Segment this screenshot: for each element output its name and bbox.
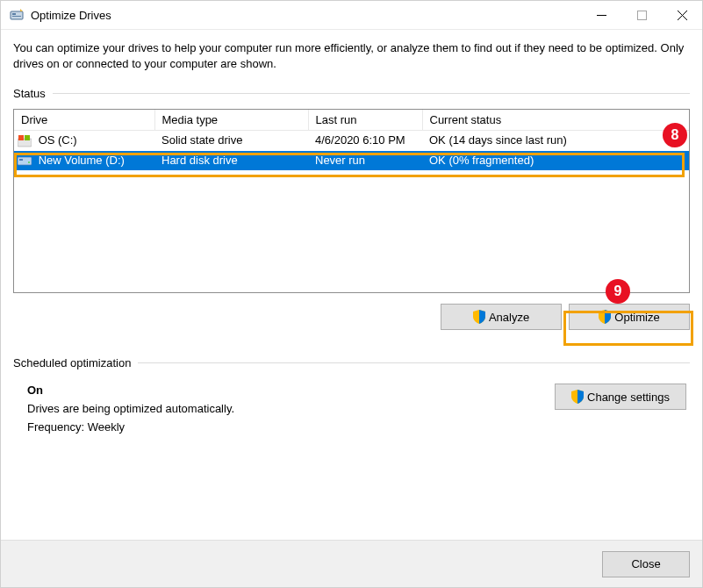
last-run: 4/6/2020 6:10 PM [308,131,422,151]
intro-text: You can optimize your drives to help you… [13,40,690,71]
scheduled-section: Scheduled optimization On Drives are bei… [13,356,690,439]
optimize-label: Optimize [614,311,659,324]
current-status: OK (14 days since last run) [422,131,689,151]
drive-name: New Volume (D:) [39,154,125,167]
footer: Close [1,540,702,587]
scheduled-on: On [27,384,555,397]
col-current-status[interactable]: Current status [422,110,689,131]
analyze-button[interactable]: Analyze [441,304,562,330]
minimize-button[interactable] [581,1,621,29]
scheduled-text: On Drives are being optimized automatica… [27,384,555,439]
col-last-run[interactable]: Last run [308,110,422,131]
optimize-button[interactable]: Optimize [569,304,690,330]
media-type: Hard disk drive [154,151,308,171]
svg-point-12 [28,161,30,163]
titlebar: Optimize Drives [1,1,702,30]
drive-name: OS (C:) [39,133,77,147]
scheduled-line2: Frequency: Weekly [27,420,555,434]
scheduled-line1: Drives are being optimized automatically… [27,402,555,415]
close-button[interactable]: Close [602,551,690,577]
current-status: OK (0% fragmented) [422,151,689,171]
analyze-label: Analyze [489,311,529,324]
hdd-drive-icon [18,154,32,167]
shield-icon [571,390,584,404]
table-row[interactable]: OS (C:) Solid state drive 4/6/2020 6:10 … [14,131,689,151]
window-title: Optimize Drives [31,9,111,22]
col-media-type[interactable]: Media type [154,110,308,131]
svg-rect-4 [637,11,646,19]
drive-list[interactable]: Drive Media type Last run Current status [13,109,690,293]
app-icon [10,8,24,22]
close-window-button[interactable] [662,1,702,29]
drive-list-wrapper: Drive Media type Last run Current status [13,109,690,293]
action-button-row: Analyze Optimize [13,304,690,330]
annotation-badge-8: 8 [663,123,687,147]
divider [53,93,690,94]
table-header-row: Drive Media type Last run Current status [14,110,689,131]
status-heading: Status [13,87,690,100]
close-label: Close [631,557,660,570]
media-type: Solid state drive [154,131,308,151]
windows-drive-icon [18,135,32,147]
svg-rect-2 [12,16,21,17]
maximize-button [621,1,662,29]
change-settings-button[interactable]: Change settings [555,384,686,410]
status-label: Status [13,87,46,100]
svg-rect-11 [19,159,23,161]
svg-rect-0 [11,11,23,19]
svg-rect-1 [12,13,16,15]
last-run: Never run [308,151,422,171]
scheduled-label: Scheduled optimization [13,356,131,369]
shield-icon [473,310,485,324]
shield-icon [599,310,611,324]
table-row[interactable]: New Volume (D:) Hard disk drive Never ru… [14,151,689,171]
col-drive[interactable]: Drive [14,110,154,131]
change-settings-label: Change settings [587,391,670,404]
svg-rect-10 [18,157,32,165]
svg-rect-9 [25,135,30,140]
divider [138,362,690,363]
svg-rect-8 [18,135,24,140]
annotation-badge-9: 9 [606,279,630,304]
optimize-drives-window: Optimize Drives You can optimize your dr… [0,0,703,588]
content-area: You can optimize your drives to help you… [1,30,702,540]
scheduled-heading: Scheduled optimization [13,356,690,369]
